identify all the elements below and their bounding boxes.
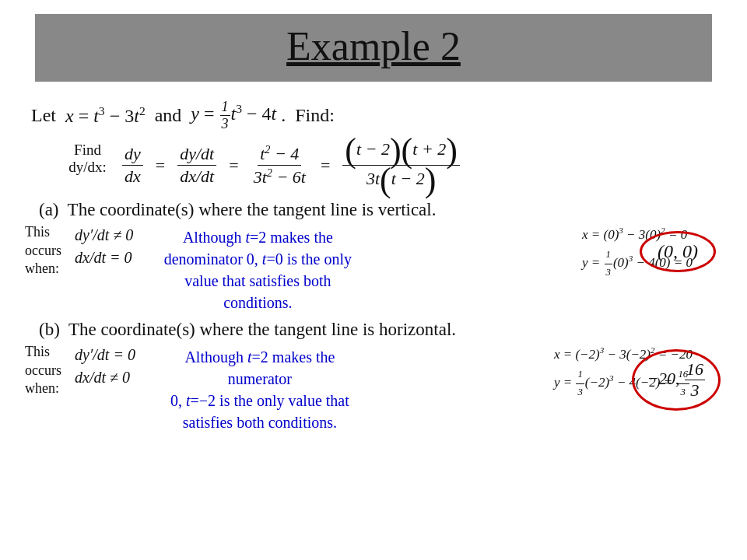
condition-a1: dy′/dt ≠ 0: [75, 226, 133, 244]
main-content: Let x = t3 − 3t2 and y = 13t3 − 4t . Fin…: [0, 82, 747, 433]
let-text: Let: [31, 105, 61, 126]
and-text: and: [150, 105, 187, 126]
part-a-content: Thisoccurswhen: dy′/dt ≠ 0 dx/dt = 0 Alt…: [23, 223, 724, 313]
condition-a2: dx/dt = 0: [75, 249, 133, 267]
occurs-when-a: Thisoccurswhen:: [25, 223, 72, 278]
header-block: Example 2: [35, 14, 712, 82]
find-text: . Find:: [281, 105, 335, 126]
note-a: Although t=2 makes the denominator 0, t=…: [149, 226, 366, 313]
conditions-a: dy′/dt ≠ 0 dx/dt = 0: [75, 226, 133, 267]
condition-b1: dy′/dt = 0: [75, 346, 135, 364]
let-line: Let x = t3 − 3t2 and y = 13t3 − 4t . Fin…: [31, 99, 724, 132]
part-a-label: (a) The coordinate(s) where the tangent …: [39, 200, 724, 220]
find-label: Finddy/dx:: [62, 142, 113, 176]
part-b-content: Thisoccurswhen: dy′/dt = 0 dx/dt ≠ 0 Alt…: [23, 343, 724, 433]
dydx-formula-row: Finddy/dx: dydx = dy/dtdx/dt = t2 − 4 3t…: [23, 137, 724, 194]
occurs-when-b: Thisoccurswhen:: [25, 343, 72, 397]
x-expression: x = t3 − 3t2: [65, 104, 146, 127]
note-b: Although t=2 makes the numerator 0, t=−2…: [151, 346, 369, 433]
page-title: Example 2: [51, 23, 696, 69]
answer-a: (0, 0): [632, 231, 716, 272]
formula-block: dydx = dy/dtdx/dt = t2 − 4 3t2 − 6t = (t…: [121, 137, 461, 194]
answer-b: −20, 163: [624, 349, 721, 411]
y-expression: y = 13t3 − 4t: [191, 99, 276, 132]
conditions-b: dy′/dt = 0 dx/dt ≠ 0: [75, 346, 135, 387]
condition-b2: dx/dt ≠ 0: [75, 369, 135, 387]
part-b-label: (b) The coordinate(s) where the tangent …: [39, 320, 724, 340]
